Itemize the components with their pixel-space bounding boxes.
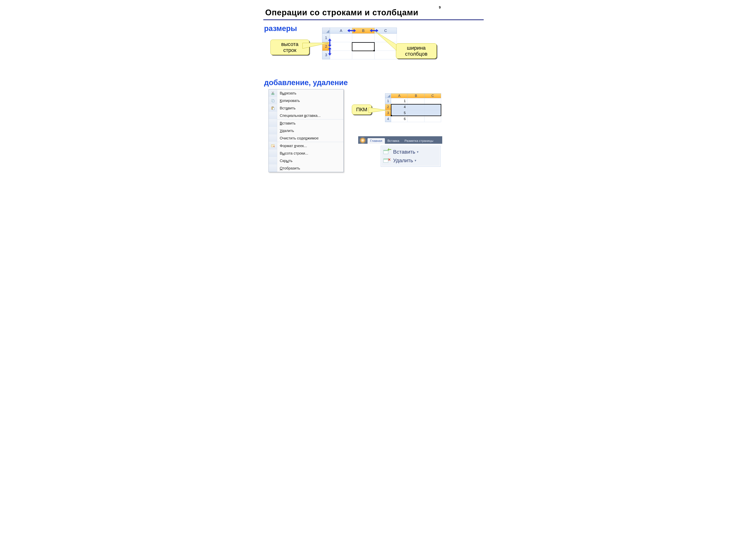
cell[interactable] (375, 42, 397, 51)
delete-label: Удалить (393, 158, 413, 163)
blank-icon (269, 127, 277, 134)
menu-item-label: Вырезать (277, 91, 297, 96)
svg-rect-8 (273, 108, 274, 110)
menu-item[interactable]: Очистить содержимое (269, 134, 343, 142)
cell[interactable] (375, 34, 397, 42)
menu-item-label: Вставить (277, 121, 295, 126)
resize-arrow-12 (328, 38, 332, 47)
resize-arrow-bc (370, 29, 378, 32)
office-button[interactable] (359, 137, 366, 144)
menu-item-label: Вставить (277, 106, 295, 110)
row-selection-outline (391, 104, 441, 116)
format-icon (269, 142, 277, 150)
tab-insert[interactable]: Вставка (385, 138, 402, 144)
resize-arrow-ab (347, 29, 356, 32)
blank-icon (269, 119, 277, 127)
cell[interactable] (330, 51, 352, 59)
title-rule (263, 20, 484, 20)
menu-item[interactable]: Высота строки... (269, 150, 343, 157)
menu-item[interactable]: Вырезать (269, 89, 343, 97)
cell[interactable] (352, 51, 375, 59)
page-number: 9 (439, 6, 441, 9)
menu-item[interactable]: Вставить (269, 104, 343, 112)
cell[interactable] (330, 34, 352, 42)
dropdown-icon[interactable]: ▾ (417, 150, 418, 154)
section-sizes: размеры (264, 24, 297, 33)
cell[interactable] (352, 34, 375, 42)
copy-icon (269, 97, 277, 104)
cut-icon (269, 89, 277, 97)
menu-item-label: Скрыть (277, 159, 292, 163)
row-header[interactable]: 1 (385, 98, 391, 104)
ribbon-tabs: Главная Вставка Разметка страницы (358, 136, 442, 144)
insert-icon (383, 149, 391, 155)
menu-item[interactable]: Удалить (269, 127, 343, 134)
select-all-corner[interactable] (385, 93, 391, 98)
menu-item-label: Удалить (277, 129, 294, 133)
paste-icon (269, 104, 277, 112)
row-header[interactable]: 4 (385, 116, 391, 122)
tab-page-layout[interactable]: Разметка страницы (402, 138, 436, 144)
insert-button[interactable]: Вставить ▾ (383, 148, 438, 156)
menu-item[interactable]: Копировать (269, 97, 343, 104)
col-header-a[interactable]: A (391, 93, 408, 98)
cell[interactable]: 1 (391, 98, 408, 104)
context-menu: ВырезатьКопироватьВставитьСпециальная вс… (268, 89, 344, 172)
delete-icon: ✕ (383, 157, 391, 164)
cell[interactable] (375, 51, 397, 59)
menu-item-label: Копировать (277, 99, 300, 103)
spreadsheet-selection: A B C 11243546 (385, 93, 441, 122)
insert-delete-panel: Вставить ▾ ✕ Удалить ▾ (381, 146, 440, 166)
blank-icon (269, 164, 277, 172)
cell[interactable] (408, 116, 424, 122)
tab-home[interactable]: Главная (367, 138, 385, 144)
menu-item-label: Специальная вставка... (277, 113, 321, 118)
cell[interactable]: 6 (391, 116, 408, 122)
menu-item-label: Очистить содержимое (277, 136, 318, 140)
blank-icon (269, 150, 277, 157)
blank-icon (269, 157, 277, 164)
resize-arrow-23 (328, 47, 332, 56)
callout-rmb: ПКМ (352, 105, 371, 115)
insert-label: Вставить (393, 149, 415, 155)
menu-item-label: Отобразить (277, 166, 300, 170)
menu-item[interactable]: Вставить (269, 119, 343, 127)
callout-col-width: ширина столбцов (396, 43, 437, 59)
active-cell-outline (352, 42, 375, 51)
dropdown-icon[interactable]: ▾ (415, 158, 416, 163)
cell[interactable] (330, 42, 352, 51)
svg-rect-5 (272, 100, 274, 102)
menu-item-label: Формат ячеек... (277, 144, 307, 148)
row-header[interactable]: 2 (385, 104, 391, 110)
spreadsheet-sizes: A B C 1 2 3 (322, 28, 397, 59)
section-add-delete: добавление, удаление (264, 78, 348, 87)
svg-rect-7 (272, 106, 273, 107)
blank-icon (269, 112, 277, 119)
cell[interactable] (408, 98, 424, 104)
blank-icon (269, 134, 277, 142)
cell[interactable] (424, 98, 441, 104)
menu-item[interactable]: Отобразить (269, 164, 343, 172)
menu-item-label: Высота строки... (277, 151, 308, 156)
menu-item[interactable]: Скрыть (269, 157, 343, 164)
select-all-corner[interactable] (322, 28, 330, 34)
menu-item[interactable]: Формат ячеек... (269, 142, 343, 150)
cell[interactable] (424, 116, 441, 122)
callout-row-height: высота строк (271, 39, 309, 55)
menu-item[interactable]: Специальная вставка... (269, 112, 343, 119)
row-header[interactable]: 3 (385, 110, 391, 116)
delete-button[interactable]: ✕ Удалить ▾ (383, 156, 438, 165)
col-header-c[interactable]: C (424, 93, 441, 98)
col-header-b[interactable]: B (408, 93, 424, 98)
slide-title: Операции со строками и столбцами (265, 8, 418, 17)
